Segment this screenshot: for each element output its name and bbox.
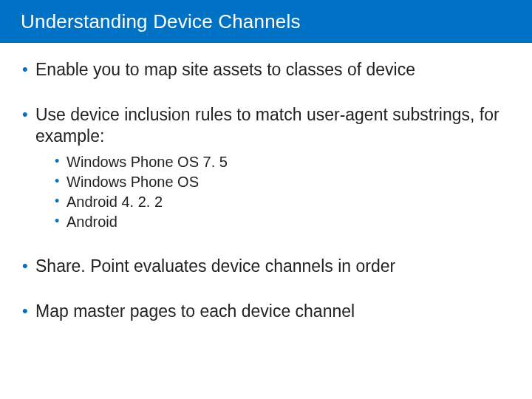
bullet-text: Share. Point evaluates device channels i… bbox=[35, 256, 395, 276]
slide-body: Enable you to map site assets to classes… bbox=[0, 43, 532, 322]
bullet-text: Android bbox=[66, 214, 117, 230]
list-item: Android bbox=[55, 212, 510, 232]
bullet-text: Map master pages to each device channel bbox=[35, 301, 355, 321]
slide-title: Understanding Device Channels bbox=[21, 10, 301, 33]
list-item: Map master pages to each device channel bbox=[22, 301, 510, 322]
list-item: Use device inclusion rules to match user… bbox=[22, 104, 510, 233]
title-bar: Understanding Device Channels bbox=[0, 0, 532, 43]
sub-bullet-list: Windows Phone OS 7. 5 Windows Phone OS A… bbox=[35, 152, 510, 232]
list-item: Share. Point evaluates device channels i… bbox=[22, 256, 510, 277]
bullet-text: Use device inclusion rules to match user… bbox=[35, 105, 499, 146]
list-item: Windows Phone OS 7. 5 bbox=[55, 152, 510, 172]
list-item: Enable you to map site assets to classes… bbox=[22, 59, 510, 81]
list-item: Android 4. 2. 2 bbox=[55, 192, 510, 212]
bullet-list: Enable you to map site assets to classes… bbox=[22, 59, 510, 322]
bullet-text: Android 4. 2. 2 bbox=[66, 194, 163, 210]
bullet-text: Windows Phone OS 7. 5 bbox=[66, 154, 228, 170]
bullet-text: Enable you to map site assets to classes… bbox=[35, 60, 415, 79]
slide: Understanding Device Channels Enable you… bbox=[0, 0, 532, 399]
bullet-text: Windows Phone OS bbox=[66, 174, 199, 190]
list-item: Windows Phone OS bbox=[55, 172, 510, 192]
